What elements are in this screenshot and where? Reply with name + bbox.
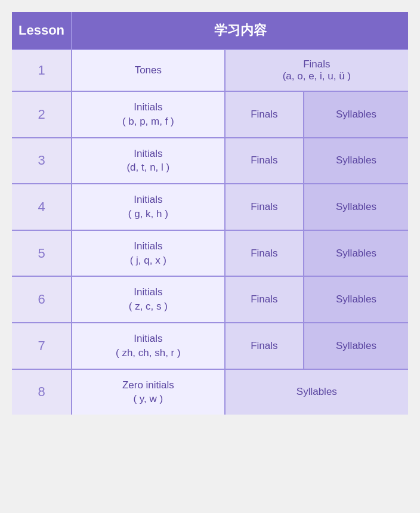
table-row: 6Initials( z, c, s )FinalsSyllables bbox=[12, 276, 408, 323]
lessons-table: Lesson 学习内容 1TonesFinals(a, o, e, i, u, … bbox=[12, 12, 408, 415]
cell-content-span: Finals(a, o, e, i, u, ü ) bbox=[225, 50, 408, 91]
cell-initials: Initials( j, q, x ) bbox=[72, 230, 225, 277]
cell-initials: Initials( g, k, h ) bbox=[72, 184, 225, 230]
header-lesson: Lesson bbox=[12, 12, 72, 50]
table-row: 7Initials( zh, ch, sh, r )FinalsSyllable… bbox=[12, 323, 408, 369]
lesson-number: 6 bbox=[12, 276, 72, 323]
cell-initials: Initials(d, t, n, l ) bbox=[72, 138, 225, 184]
table-row: 4Initials( g, k, h )FinalsSyllables bbox=[12, 184, 408, 230]
cell-finals: Finals bbox=[225, 230, 304, 277]
cell-content-span: Syllables bbox=[225, 369, 408, 415]
cell-finals: Finals bbox=[225, 91, 304, 138]
table-row: 1TonesFinals(a, o, e, i, u, ü ) bbox=[12, 50, 408, 91]
table-row: 8Zero initials( y, w )Syllables bbox=[12, 369, 408, 415]
cell-syllables: Syllables bbox=[304, 230, 408, 277]
table-row: 5Initials( j, q, x )FinalsSyllables bbox=[12, 230, 408, 277]
lesson-number: 5 bbox=[12, 230, 72, 277]
lesson-number: 4 bbox=[12, 184, 72, 230]
table-row: 3Initials(d, t, n, l )FinalsSyllables bbox=[12, 138, 408, 184]
table-wrapper: Lesson 学习内容 1TonesFinals(a, o, e, i, u, … bbox=[0, 0, 420, 427]
cell-finals: Finals bbox=[225, 323, 304, 369]
cell-syllables: Syllables bbox=[304, 323, 408, 369]
cell-initials: Initials( z, c, s ) bbox=[72, 276, 225, 323]
cell-initials: Initials( b, p, m, f ) bbox=[72, 91, 225, 138]
cell-finals: Finals bbox=[225, 138, 304, 184]
lesson-number: 8 bbox=[12, 369, 72, 415]
lesson-number: 1 bbox=[12, 50, 72, 91]
table-row: 2Initials( b, p, m, f )FinalsSyllables bbox=[12, 91, 408, 138]
cell-finals: Finals bbox=[225, 276, 304, 323]
cell-initials: Zero initials( y, w ) bbox=[72, 369, 225, 415]
cell-syllables: Syllables bbox=[304, 138, 408, 184]
lesson-number: 3 bbox=[12, 138, 72, 184]
header-content: 学习内容 bbox=[72, 12, 408, 50]
cell-finals: Finals bbox=[225, 184, 304, 230]
cell-syllables: Syllables bbox=[304, 184, 408, 230]
cell-initials: Tones bbox=[72, 50, 225, 91]
lesson-number: 2 bbox=[12, 91, 72, 138]
cell-syllables: Syllables bbox=[304, 276, 408, 323]
cell-initials: Initials( zh, ch, sh, r ) bbox=[72, 323, 225, 369]
lesson-number: 7 bbox=[12, 323, 72, 369]
cell-syllables: Syllables bbox=[304, 91, 408, 138]
